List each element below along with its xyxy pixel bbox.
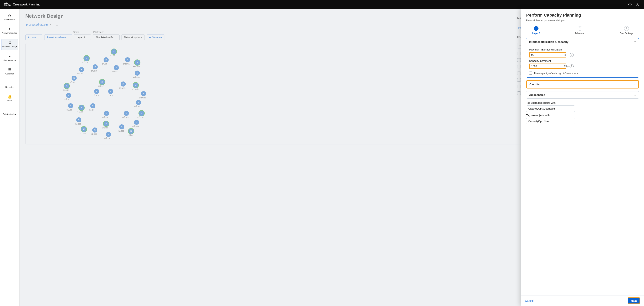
cap-incr-label: Capacity increment <box>529 59 636 62</box>
sidebar-item-alerts[interactable]: 🔔Alerts <box>2 93 18 104</box>
sidebar-item-licensing[interactable]: ☰Licensing <box>2 80 18 91</box>
app-title: Crosswork Planning <box>13 3 40 6</box>
svg-point-1 <box>630 5 630 5</box>
sidebar-item-administration[interactable]: ☷Administration <box>2 107 18 117</box>
design-icon: ⚙ <box>8 41 12 44</box>
use-lag-checkbox[interactable]: Use capacity of existing LAG members <box>529 71 636 75</box>
card-header[interactable]: Interface utilization & capacity ⌃ <box>526 38 639 45</box>
next-button[interactable]: Next <box>628 298 640 304</box>
max-util-input[interactable] <box>531 53 564 56</box>
modal-subtitle: Network Model: processed-lab.pln <box>526 19 639 22</box>
sidebar-item-collector[interactable]: ☰Collector <box>2 66 18 77</box>
mbps-unit: Mbps <box>564 65 570 68</box>
cap-incr-input[interactable] <box>531 65 564 68</box>
max-util-label: Maximum interface utilization <box>529 48 636 51</box>
help-icon[interactable]: ? <box>570 53 574 57</box>
models-icon: ✦ <box>8 27 11 31</box>
admin-icon: ☷ <box>8 108 11 112</box>
tag-new-label: Tag new objects with <box>526 114 639 117</box>
adjacencies-card: Adjacencies ⌄ <box>526 91 639 99</box>
card-header[interactable]: Adjacencies ⌄ <box>526 91 639 98</box>
cap-incr-input-wrap: Mbps <box>529 63 566 69</box>
topbar: ıılıılııcisco Crosswork Planning <box>0 0 644 9</box>
help-icon[interactable]: ? <box>570 64 574 68</box>
stepper: 1Layer 3 2Advanced 3Run Settings <box>526 25 639 38</box>
help-icon[interactable] <box>627 2 633 7</box>
step-3[interactable]: 3Run Settings <box>620 26 633 35</box>
cancel-button[interactable]: Cancel <box>525 299 534 302</box>
left-sidebar: ◔Dashboard ✦Network Models ⚙Network Desi… <box>0 9 20 306</box>
card-header[interactable]: Circuits ⌄ <box>527 81 638 88</box>
tag-upgraded-label: Tag upgraded circuits with <box>526 101 639 104</box>
cisco-logo: ıılıılııcisco <box>4 3 11 6</box>
tag-upgraded-input[interactable] <box>526 105 575 112</box>
sliders-icon: ☰ <box>8 81 11 85</box>
sidebar-item-network-models[interactable]: ✦Network Models <box>2 26 18 36</box>
sidebar-item-network-design[interactable]: ⚙Network Design <box>2 39 18 50</box>
bell-icon: 🔔 <box>8 95 12 98</box>
sliders-icon: ☰ <box>8 68 11 71</box>
chevron-up-icon: ⌃ <box>634 40 636 43</box>
tag-new-input[interactable] <box>526 118 575 124</box>
chevron-down-icon: ⌄ <box>634 94 636 96</box>
svg-point-2 <box>637 3 638 4</box>
step-1[interactable]: 1Layer 3 <box>532 26 540 35</box>
user-icon[interactable] <box>635 2 640 7</box>
max-util-input-wrap: % <box>529 52 566 57</box>
capacity-planning-panel: Perform Capacity Planning Network Model:… <box>521 9 644 306</box>
circuits-card: Circuits ⌄ <box>526 80 639 88</box>
step-2[interactable]: 2Advanced <box>575 26 585 35</box>
job-icon: ● <box>8 54 11 58</box>
interface-utilization-card: Interface utilization & capacity ⌃ Maxim… <box>526 38 639 78</box>
modal-footer: Cancel Next <box>521 295 644 306</box>
sidebar-item-dashboard[interactable]: ◔Dashboard <box>2 12 18 23</box>
sidebar-item-job-manager[interactable]: ●Job Manager <box>2 53 18 64</box>
chevron-down-icon: ⌄ <box>634 83 636 86</box>
gauge-icon: ◔ <box>8 14 11 17</box>
modal-title: Perform Capacity Planning <box>526 13 639 18</box>
percent-unit: % <box>564 53 566 56</box>
